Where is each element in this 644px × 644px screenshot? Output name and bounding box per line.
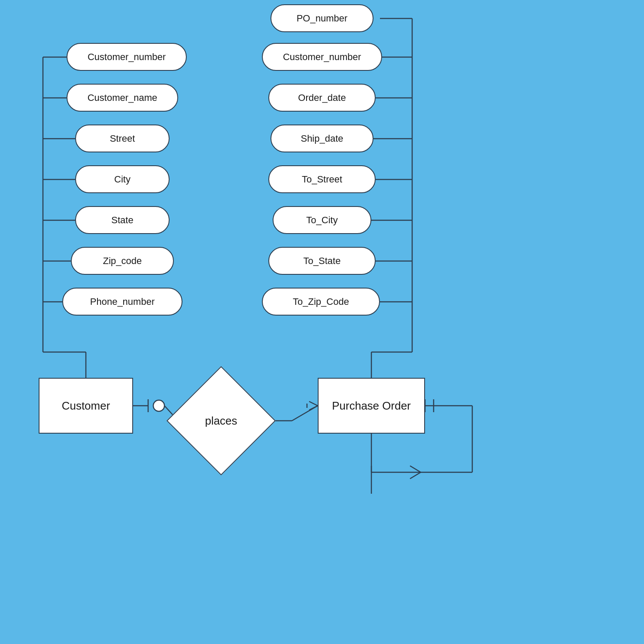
attr-zip-code: Zip_code	[71, 247, 174, 275]
attr-state: State	[75, 206, 170, 234]
relationship-label: places	[205, 414, 237, 428]
attr-to-zip-code: To_Zip_Code	[262, 288, 380, 316]
svg-line-30	[309, 406, 318, 410]
attr-city: City	[75, 165, 170, 193]
attr-to-city: To_City	[273, 206, 371, 234]
attr-order-date: Order_date	[268, 84, 376, 112]
entity-purchase-order: Purchase Order	[318, 378, 425, 434]
entity-customer: Customer	[39, 378, 133, 434]
svg-line-28	[292, 406, 318, 421]
attr-po-number: PO_number	[270, 4, 374, 32]
relationship-places: places	[178, 378, 264, 464]
attr-to-street: To_Street	[268, 165, 376, 193]
attr-phone-number: Phone_number	[62, 288, 182, 316]
attr-po-customer-number: Customer_number	[262, 43, 382, 71]
svg-line-34	[410, 466, 421, 472]
diagram-container: Customer_number Customer_name Street Cit…	[0, 0, 644, 644]
svg-point-25	[153, 400, 164, 411]
attr-customer-number: Customer_number	[67, 43, 187, 71]
svg-line-35	[410, 472, 421, 479]
attr-to-state: To_State	[268, 247, 376, 275]
svg-line-29	[309, 401, 318, 406]
attr-customer-name: Customer_name	[67, 84, 178, 112]
attr-ship-date: Ship_date	[270, 125, 374, 152]
attr-street: Street	[75, 125, 170, 152]
